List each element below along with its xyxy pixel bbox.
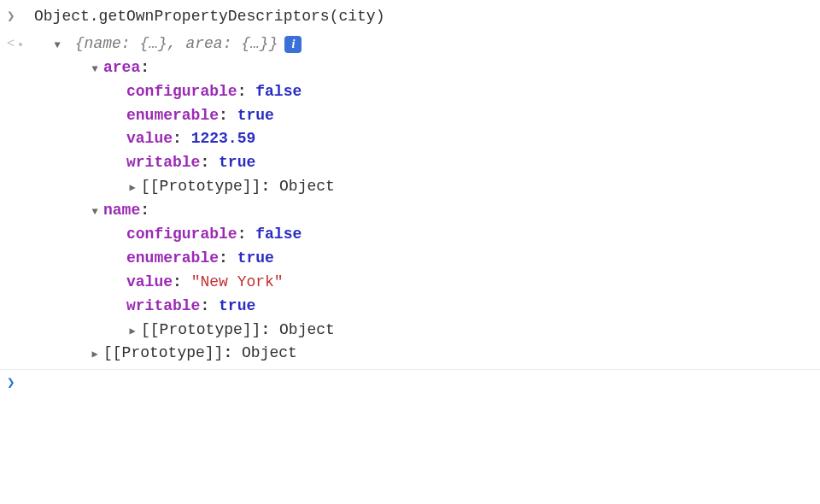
property-value: false bbox=[255, 83, 302, 100]
console-output-row: < {name: {…}, area: {…}} i area: configu… bbox=[0, 31, 820, 367]
property-key: area bbox=[103, 59, 140, 76]
console-panel: ❯ Object.getOwnPropertyDescriptors(city)… bbox=[0, 0, 820, 396]
console-input-row: ❯ Object.getOwnPropertyDescriptors(city) bbox=[0, 3, 820, 31]
internal-slot-label: [[Prototype]] bbox=[103, 344, 223, 361]
console-prompt-row[interactable]: ❯ bbox=[0, 370, 820, 396]
internal-slot-label: [[Prototype]] bbox=[141, 321, 261, 338]
descriptor-row: value: "New York" bbox=[34, 271, 820, 295]
property-key: enumerable bbox=[126, 249, 219, 267]
descriptor-row: value: 1223.59 bbox=[34, 127, 820, 151]
prototype-row: [[Prototype]]: Object bbox=[34, 319, 820, 343]
property-key: value bbox=[126, 130, 173, 147]
property-area: area: bbox=[34, 56, 820, 80]
object-summary-text: {name: {…}, area: {…}} bbox=[75, 32, 278, 56]
prototype-row: [[Prototype]]: Object bbox=[34, 342, 820, 366]
internal-slot-label: [[Prototype]] bbox=[141, 178, 261, 195]
property-key: writable bbox=[126, 297, 200, 314]
descriptor-row: enumerable: true bbox=[34, 247, 820, 271]
expand-toggle-root[interactable] bbox=[51, 38, 63, 54]
expand-toggle-proto[interactable] bbox=[89, 347, 101, 363]
object-summary-line: {name: {…}, area: {…}} i bbox=[34, 32, 820, 56]
property-value: true bbox=[237, 107, 274, 124]
prototype-value: Object bbox=[242, 344, 297, 361]
input-chevron-icon: ❯ bbox=[7, 5, 34, 28]
descriptor-row: writable: true bbox=[34, 295, 820, 319]
console-input-code: Object.getOwnPropertyDescriptors(city) bbox=[34, 5, 820, 29]
property-key: configurable bbox=[126, 83, 237, 100]
property-key: writable bbox=[126, 154, 200, 171]
property-key: name bbox=[103, 202, 140, 219]
property-value: false bbox=[255, 226, 302, 243]
prompt-chevron-icon: ❯ bbox=[7, 372, 34, 395]
descriptor-row: configurable: false bbox=[34, 223, 820, 247]
prototype-value: Object bbox=[279, 178, 335, 195]
descriptor-row: configurable: false bbox=[34, 80, 820, 104]
property-key: enumerable bbox=[126, 107, 219, 124]
descriptor-row: enumerable: true bbox=[34, 104, 820, 128]
prototype-value: Object bbox=[279, 321, 335, 338]
expand-toggle-proto[interactable] bbox=[126, 180, 138, 196]
expand-toggle-proto[interactable] bbox=[126, 324, 138, 340]
prototype-row: [[Prototype]]: Object bbox=[34, 175, 820, 199]
property-value: true bbox=[219, 154, 255, 171]
output-chevron-icon: < bbox=[7, 32, 34, 54]
expand-toggle-area[interactable] bbox=[89, 62, 101, 78]
property-value: true bbox=[219, 297, 255, 314]
property-value: "New York" bbox=[191, 273, 284, 290]
info-icon[interactable]: i bbox=[284, 36, 302, 53]
property-name: name: bbox=[34, 199, 820, 223]
property-key: configurable bbox=[126, 226, 237, 243]
property-value: true bbox=[237, 249, 274, 267]
expand-toggle-name[interactable] bbox=[89, 204, 101, 220]
property-value: 1223.59 bbox=[191, 130, 256, 147]
descriptor-row: writable: true bbox=[34, 151, 820, 175]
property-key: value bbox=[126, 273, 173, 290]
